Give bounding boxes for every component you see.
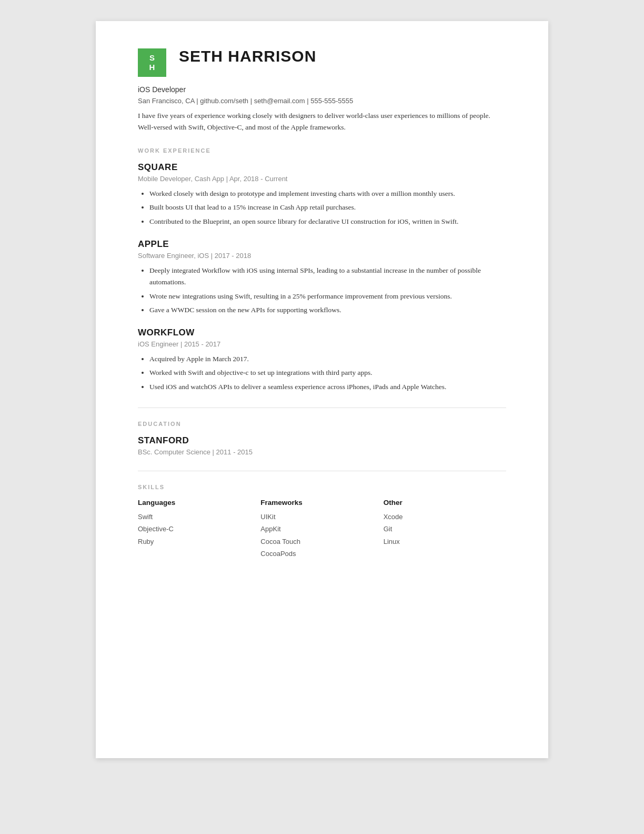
lang-swift: Swift <box>138 511 260 523</box>
job-square: SQUARE Mobile Developer, Cash App | Apr,… <box>138 162 506 227</box>
other-header: Other <box>384 499 506 507</box>
company-square: SQUARE <box>138 162 506 173</box>
other-xcode: Xcode <box>384 511 506 523</box>
bullet-apple-3: Gave a WWDC session on the new APIs for … <box>149 304 506 316</box>
education-label: EDUCATION <box>138 421 506 427</box>
job-meta-workflow: iOS Engineer | 2015 - 2017 <box>138 340 506 348</box>
avatar-line2: H <box>149 63 155 72</box>
languages-header: Languages <box>138 499 260 507</box>
frameworks-header: Frameworks <box>260 499 383 507</box>
skills-languages-col: Languages Swift Objective-C Ruby <box>138 499 260 560</box>
bullet-workflow-3: Used iOS and watchOS APIs to deliver a s… <box>149 381 506 393</box>
school-name: STANFORD <box>138 435 506 446</box>
bullet-workflow-1: Acquired by Apple in March 2017. <box>149 353 506 365</box>
fw-cocoatouch: Cocoa Touch <box>260 535 383 548</box>
job-apple: APPLE Software Engineer, iOS | 2017 - 20… <box>138 239 506 316</box>
school-meta: BSc. Computer Science | 2011 - 2015 <box>138 448 506 456</box>
other-git: Git <box>384 523 506 535</box>
summary-text: I have five years of experience working … <box>138 110 506 133</box>
full-name: SETH HARRISON <box>179 47 316 65</box>
bullet-square-2: Built boosts UI that lead to a 15% incre… <box>149 202 506 213</box>
fw-cocoapods: CocoaPods <box>260 548 383 560</box>
skills-frameworks-col: Frameworks UIKit AppKit Cocoa Touch Coco… <box>260 499 383 560</box>
skills-label: SKILLS <box>138 484 506 490</box>
name-block: SETH HARRISON <box>179 47 316 65</box>
fw-appkit: AppKit <box>260 523 383 535</box>
avatar-line1: S <box>149 53 155 63</box>
other-linux: Linux <box>384 535 506 548</box>
work-experience-label: WORK EXPERIENCE <box>138 147 506 154</box>
job-title: iOS Developer <box>138 85 506 94</box>
avatar: S H <box>138 48 166 77</box>
company-apple: APPLE <box>138 239 506 250</box>
resume-page: S H SETH HARRISON iOS Developer San Fran… <box>96 21 548 758</box>
job-meta-apple: Software Engineer, iOS | 2017 - 2018 <box>138 252 506 260</box>
bullet-apple-1: Deeply integrated Workflow with iOS usin… <box>149 265 506 289</box>
skills-grid: Languages Swift Objective-C Ruby Framewo… <box>138 499 506 560</box>
skills-divider <box>138 471 506 471</box>
bullet-square-3: Contributed to the Blueprint, an open so… <box>149 216 506 227</box>
education-divider <box>138 408 506 408</box>
job-meta-square: Mobile Developer, Cash App | Apr, 2018 -… <box>138 175 506 183</box>
bullet-square-1: Worked closely with design to prototype … <box>149 188 506 200</box>
bullet-workflow-2: Worked with Swift and objective-c to set… <box>149 367 506 379</box>
fw-uikit: UIKit <box>260 511 383 523</box>
job-workflow: WORKFLOW iOS Engineer | 2015 - 2017 Acqu… <box>138 327 506 393</box>
lang-ruby: Ruby <box>138 535 260 548</box>
skills-other-col: Other Xcode Git Linux <box>384 499 506 560</box>
bullet-apple-2: Wrote new integrations using Swift, resu… <box>149 291 506 302</box>
bullets-apple: Deeply integrated Workflow with iOS usin… <box>138 265 506 316</box>
contact-info: San Francisco, CA | github.com/seth | se… <box>138 97 506 105</box>
bullets-square: Worked closely with design to prototype … <box>138 188 506 227</box>
lang-objc: Objective-C <box>138 523 260 535</box>
company-workflow: WORKFLOW <box>138 327 506 338</box>
bullets-workflow: Acquired by Apple in March 2017. Worked … <box>138 353 506 393</box>
header-section: S H SETH HARRISON <box>138 47 506 77</box>
education-stanford: STANFORD BSc. Computer Science | 2011 - … <box>138 435 506 456</box>
